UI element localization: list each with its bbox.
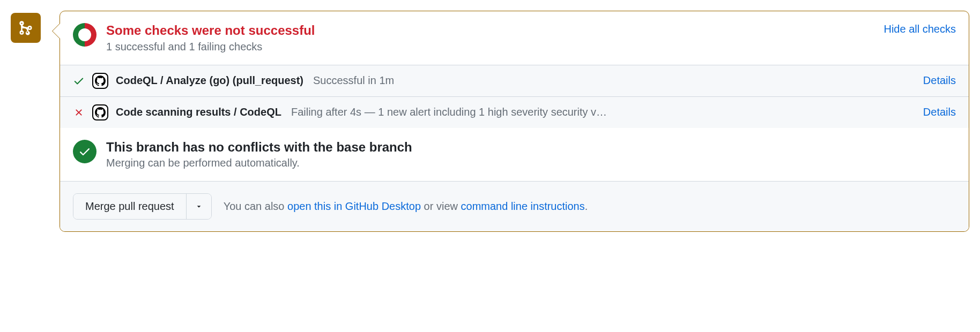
checks-status-title: Some checks were not successful xyxy=(106,23,874,39)
caret-down-icon xyxy=(195,202,203,210)
merge-status-panel: Some checks were not successful 1 succes… xyxy=(60,11,969,232)
merge-button-group: Merge pull request xyxy=(73,193,212,220)
check-success-icon xyxy=(73,75,85,87)
git-merge-icon xyxy=(18,20,34,36)
footer-text-prefix: You can also xyxy=(224,200,287,212)
github-avatar-icon xyxy=(92,73,108,89)
check-name: Code scanning results / CodeQL xyxy=(116,106,281,118)
check-failure-icon xyxy=(73,107,85,118)
command-line-instructions-link[interactable]: command line instructions xyxy=(461,200,585,212)
merge-status-title: This branch has no conflicts with the ba… xyxy=(106,140,956,155)
status-donut-icon xyxy=(73,23,96,47)
checks-list: CodeQL / Analyze (go) (pull_request) Suc… xyxy=(60,65,969,128)
check-description: Successful in 1m xyxy=(313,74,394,87)
check-name: CodeQL / Analyze (go) (pull_request) xyxy=(116,74,303,87)
footer-text-suffix: . xyxy=(585,200,588,212)
checks-status-subtitle: 1 successful and 1 failing checks xyxy=(106,41,874,53)
merge-status-subtitle: Merging can be performed automatically. xyxy=(106,157,956,169)
check-details-link[interactable]: Details xyxy=(923,74,956,87)
git-merge-badge xyxy=(11,13,41,43)
hide-all-checks-link[interactable]: Hide all checks xyxy=(884,23,956,35)
github-avatar-icon xyxy=(92,104,108,120)
checks-summary-section: Some checks were not successful 1 succes… xyxy=(60,11,969,65)
merge-pull-request-button[interactable]: Merge pull request xyxy=(73,194,186,219)
merge-footer-text: You can also open this in GitHub Desktop… xyxy=(224,200,588,213)
merge-footer: Merge pull request You can also open thi… xyxy=(60,181,969,231)
open-github-desktop-link[interactable]: open this in GitHub Desktop xyxy=(287,200,421,212)
check-details-link[interactable]: Details xyxy=(923,106,956,118)
check-row: Code scanning results / CodeQL Failing a… xyxy=(60,96,969,128)
speech-pointer xyxy=(53,24,60,39)
merge-conflict-section: This branch has no conflicts with the ba… xyxy=(60,128,969,181)
check-description: Failing after 4s — 1 new alert including… xyxy=(291,106,607,118)
merge-ok-icon xyxy=(73,140,96,163)
merge-options-dropdown-button[interactable] xyxy=(186,194,211,219)
footer-text-mid: or view xyxy=(421,200,461,212)
check-row: CodeQL / Analyze (go) (pull_request) Suc… xyxy=(60,65,969,96)
